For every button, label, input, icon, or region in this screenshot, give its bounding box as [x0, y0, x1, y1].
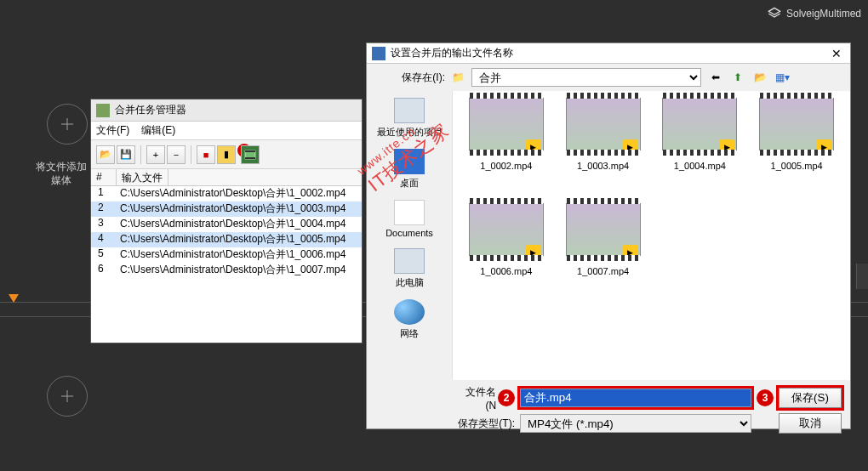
right-panel-tab[interactable] [856, 264, 868, 289]
toolbar-save-icon[interactable]: 💾 [117, 145, 135, 164]
close-button[interactable]: ✕ [828, 47, 845, 60]
places-sidebar: 最近使用的项目 桌面 Documents 此电脑 网络 [367, 91, 452, 380]
row-num: 6 [91, 263, 117, 278]
file-name: 1_0004.mp4 [674, 161, 726, 171]
task-window-menubar: 文件(F) 编辑(E) [91, 122, 362, 140]
up-icon[interactable]: ⬆ [730, 70, 745, 85]
save-dialog-title: 设置合并后的输出文件名称 [391, 46, 513, 60]
row-path: C:\Users\Administrator\Desktop\合并\1_0004… [117, 217, 345, 232]
toolbar-open-icon[interactable]: 📂 [96, 145, 115, 164]
filename-input[interactable] [520, 389, 751, 407]
file-name: 1_0005.mp4 [771, 161, 823, 171]
toolbar-run-merge-button[interactable] [241, 145, 260, 164]
new-folder-icon[interactable]: 📂 [752, 70, 768, 85]
view-menu-icon[interactable]: ▦▾ [774, 70, 790, 85]
task-window-toolbar: 📂 💾 + − ■ ▮ 1 [91, 140, 362, 169]
task-list-header: # 输入文件 [91, 169, 362, 186]
filetype-select[interactable]: MP4文件 (*.mp4) [520, 414, 751, 433]
task-window-title: 合并任务管理器 [115, 103, 186, 117]
place-documents[interactable]: Documents [371, 196, 448, 241]
row-num: 3 [91, 217, 117, 232]
task-row[interactable]: 2C:\Users\Administrator\Desktop\合并\1_000… [91, 201, 362, 217]
menu-file[interactable]: 文件(F) [96, 123, 129, 138]
col-num[interactable]: # [91, 169, 117, 185]
place-network[interactable]: 网络 [371, 296, 448, 343]
file-item[interactable]: ▶1_0006.mp4 [460, 203, 553, 305]
place-label: 网络 [400, 328, 419, 338]
row-num: 4 [91, 232, 117, 247]
toolbar-separator [140, 145, 141, 164]
svg-rect-2 [245, 157, 255, 159]
play-badge-icon: ▶ [719, 139, 734, 155]
toolbar-add-icon[interactable]: + [146, 145, 165, 164]
add-media-hint: 将文件添加 媒体 [36, 160, 87, 187]
row-path: C:\Users\Administrator\Desktop\合并\1_0007… [117, 263, 345, 278]
filetype-label: 保存类型(T): [455, 417, 515, 431]
video-thumbnail-icon: ▶ [469, 98, 544, 150]
file-name: 1_0003.mp4 [577, 161, 629, 171]
play-badge-icon: ▶ [623, 245, 638, 260]
row-path: C:\Users\Administrator\Desktop\合并\1_0005… [117, 232, 345, 247]
callout-badge-3: 3 [757, 389, 774, 406]
col-path[interactable]: 输入文件 [117, 169, 168, 185]
brand-icon [768, 7, 781, 20]
task-row[interactable]: 5C:\Users\Administrator\Desktop\合并\1_000… [91, 247, 362, 263]
save-dialog-topbar: 保存在(I): 📁 合并 ⬅ ⬆ 📂 ▦▾ [367, 64, 850, 91]
video-thumbnail-icon: ▶ [759, 98, 834, 150]
add-media-button-top[interactable] [47, 104, 88, 145]
task-window-icon [96, 104, 110, 117]
toolbar-stop-icon[interactable]: ■ [197, 145, 215, 164]
add-media-button-bottom[interactable] [47, 376, 88, 417]
file-item[interactable]: ▶1_0003.mp4 [557, 98, 650, 200]
row-path: C:\Users\Administrator\Desktop\合并\1_0002… [117, 186, 345, 201]
brand-label: SolveigMultimed [768, 7, 861, 20]
place-recent[interactable]: 最近使用的项目 [371, 94, 448, 142]
file-item[interactable]: ▶1_0002.mp4 [460, 98, 553, 200]
video-thumbnail-icon: ▶ [566, 98, 641, 150]
cancel-button[interactable]: 取消 [779, 413, 842, 434]
save-file-dialog: 设置合并后的输出文件名称 ✕ 保存在(I): 📁 合并 ⬅ ⬆ 📂 ▦▾ 最近使… [366, 43, 851, 429]
film-icon [244, 150, 256, 160]
row-path: C:\Users\Administrator\Desktop\合并\1_0003… [117, 201, 345, 217]
merge-task-manager-window: 合并任务管理器 文件(F) 编辑(E) 📂 💾 + − ■ ▮ 1 # 输入文件… [90, 99, 363, 343]
save-button[interactable]: 保存(S) [779, 388, 842, 408]
callout-badge-2: 2 [498, 389, 515, 406]
folder-icon: 📁 [452, 71, 465, 83]
video-thumbnail-icon: ▶ [662, 98, 737, 150]
play-badge-icon: ▶ [526, 139, 541, 155]
toolbar-remove-icon[interactable]: − [167, 145, 186, 164]
row-num: 2 [91, 201, 117, 217]
task-row[interactable]: 3C:\Users\Administrator\Desktop\合并\1_000… [91, 217, 362, 232]
timeline-playhead-icon[interactable] [9, 294, 19, 303]
place-computer[interactable]: 此电脑 [371, 245, 448, 292]
task-list: 1C:\Users\Administrator\Desktop\合并\1_000… [91, 186, 362, 278]
save-in-select[interactable]: 合并 [471, 68, 701, 87]
task-row[interactable]: 6C:\Users\Administrator\Desktop\合并\1_000… [91, 263, 362, 278]
task-window-titlebar[interactable]: 合并任务管理器 [91, 99, 362, 122]
task-row[interactable]: 4C:\Users\Administrator\Desktop\合并\1_000… [91, 232, 362, 247]
file-browser-area[interactable]: ▶1_0002.mp4▶1_0003.mp4▶1_0004.mp4▶1_0005… [452, 91, 850, 380]
brand-text: SolveigMultimed [786, 8, 861, 20]
file-item[interactable]: ▶1_0007.mp4 [557, 203, 650, 305]
file-item[interactable]: ▶1_0005.mp4 [750, 98, 843, 200]
save-dialog-icon [372, 47, 385, 60]
save-dialog-titlebar[interactable]: 设置合并后的输出文件名称 ✕ [367, 43, 850, 64]
toolbar-separator [191, 145, 191, 164]
back-icon[interactable]: ⬅ [708, 70, 723, 85]
row-num: 1 [91, 186, 117, 201]
video-thumbnail-icon: ▶ [469, 203, 544, 256]
save-in-label: 保存在(I): [392, 71, 445, 85]
row-num: 5 [91, 247, 117, 263]
place-label: Documents [385, 228, 433, 238]
task-row[interactable]: 1C:\Users\Administrator\Desktop\合并\1_000… [91, 186, 362, 201]
place-desktop[interactable]: 桌面 [371, 145, 448, 193]
save-dialog-bottom: 文件名(N 2 3 保存(S) 保存类型(T): MP4文件 (*.mp4) 取… [367, 380, 850, 436]
toolbar-folder-icon[interactable]: ▮ [217, 145, 236, 164]
menu-edit[interactable]: 编辑(E) [141, 123, 175, 138]
play-badge-icon: ▶ [526, 245, 541, 260]
file-name: 1_0002.mp4 [480, 161, 532, 171]
place-label: 此电脑 [396, 277, 424, 287]
file-item[interactable]: ▶1_0004.mp4 [654, 98, 747, 200]
filename-label: 文件名(N 2 [455, 385, 515, 411]
video-thumbnail-icon: ▶ [566, 203, 641, 256]
